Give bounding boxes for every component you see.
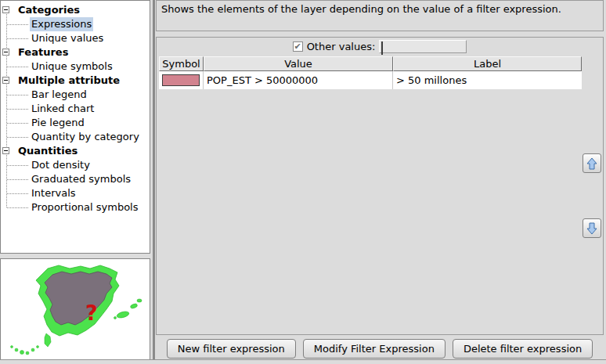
table-row[interactable]: POP_EST > 50000000 > 50 millones	[159, 71, 582, 89]
other-values-row: ✔ Other values:	[157, 38, 603, 55]
tree-group-label: Features	[16, 45, 70, 59]
column-header-label[interactable]: Label	[393, 56, 582, 71]
tree-group-features[interactable]: Features	[1, 45, 150, 59]
column-header-value[interactable]: Value	[204, 56, 393, 71]
other-values-color-swatch	[381, 41, 383, 55]
modify-filter-expression-button[interactable]: Modify Filter Expression	[303, 339, 445, 359]
symbol-color-swatch	[162, 74, 200, 86]
tree-group-label: Categories	[16, 3, 81, 17]
other-values-color-button[interactable]	[379, 40, 467, 53]
tree-item-label: Linked chart	[30, 102, 96, 116]
tree-item-quantity-by-category[interactable]: Quantity by category	[1, 130, 150, 144]
tree-item-label: Graduated symbols	[30, 172, 132, 186]
tree-item-expressions[interactable]: Expressions	[1, 17, 150, 31]
arrow-up-icon	[586, 157, 598, 170]
legend-preview-panel: ?	[0, 258, 150, 360]
tree-item-proportional-symbols[interactable]: Proportional symbols	[1, 200, 150, 214]
filter-actions-row: New filter expression Modify Filter Expr…	[156, 339, 604, 359]
legend-type-tree: Categories Expressions Unique values Fea…	[0, 0, 150, 254]
filter-table: Symbol Value Label POP_EST > 50000000 > …	[159, 56, 582, 333]
tree-item-intervals[interactable]: Intervals	[1, 186, 150, 200]
other-values-checkbox[interactable]: ✔	[293, 41, 303, 52]
filter-table-header: Symbol Value Label	[159, 56, 582, 71]
tree-item-label: Unique symbols	[30, 59, 114, 74]
bottom-divider	[0, 359, 606, 360]
tree-item-label: Unique values	[30, 31, 105, 45]
arrow-down-icon	[586, 222, 598, 235]
delete-filter-expression-button[interactable]: Delete filter expression	[453, 339, 593, 359]
legend-description-panel: Shows the elements of the layer dependin…	[156, 0, 604, 31]
panel-splitter[interactable]	[153, 0, 155, 360]
tree-item-label: Expressions	[30, 17, 93, 31]
symbol-cell[interactable]	[159, 71, 204, 89]
tree-item-graduated-symbols[interactable]: Graduated symbols	[1, 172, 150, 186]
label-cell[interactable]: > 50 millones	[393, 71, 582, 89]
collapse-icon[interactable]	[2, 147, 9, 154]
spain-map-preview: ?	[1, 259, 150, 359]
map-islands-southwest	[11, 346, 39, 355]
map-unknown-region	[45, 272, 112, 325]
tree-group-quantities[interactable]: Quantities	[1, 144, 150, 158]
tree-item-pie-legend[interactable]: Pie legend	[1, 116, 150, 130]
tree-item-dot-density[interactable]: Dot density	[1, 158, 150, 172]
tree-item-label: Dot density	[30, 158, 92, 172]
column-header-symbol[interactable]: Symbol	[159, 56, 204, 71]
tree-item-label: Intervals	[30, 186, 78, 200]
filter-expression-panel: ✔ Other values: Symbol Value Label POP_E…	[156, 37, 604, 335]
map-question-mark: ?	[85, 301, 98, 325]
tree-item-linked-chart[interactable]: Linked chart	[1, 102, 150, 116]
tree-item-label: Proportional symbols	[30, 200, 140, 214]
collapse-icon[interactable]	[2, 6, 9, 13]
legend-description-text: Shows the elements of the layer dependin…	[161, 3, 561, 15]
tree-group-categories[interactable]: Categories	[1, 3, 150, 17]
move-down-button[interactable]	[583, 218, 601, 238]
tree-item-label: Bar legend	[30, 88, 88, 102]
tree-group-multiple-attribute[interactable]: Multiple attribute	[1, 74, 150, 88]
collapse-icon[interactable]	[2, 49, 9, 56]
tree-item-unique-values[interactable]: Unique values	[1, 31, 150, 45]
value-cell[interactable]: POP_EST > 50000000	[204, 71, 393, 89]
tree-item-label: Pie legend	[30, 116, 86, 130]
tree-item-unique-symbols[interactable]: Unique symbols	[1, 59, 150, 74]
tree-group-label: Multiple attribute	[16, 74, 121, 88]
move-up-button[interactable]	[583, 153, 601, 173]
tree-item-label: Quantity by category	[30, 130, 141, 144]
tree-item-bar-legend[interactable]: Bar legend	[1, 88, 150, 102]
collapse-icon[interactable]	[2, 77, 9, 84]
other-values-label: Other values:	[307, 41, 376, 52]
new-filter-expression-button[interactable]: New filter expression	[167, 339, 296, 359]
tree-group-label: Quantities	[16, 144, 79, 158]
